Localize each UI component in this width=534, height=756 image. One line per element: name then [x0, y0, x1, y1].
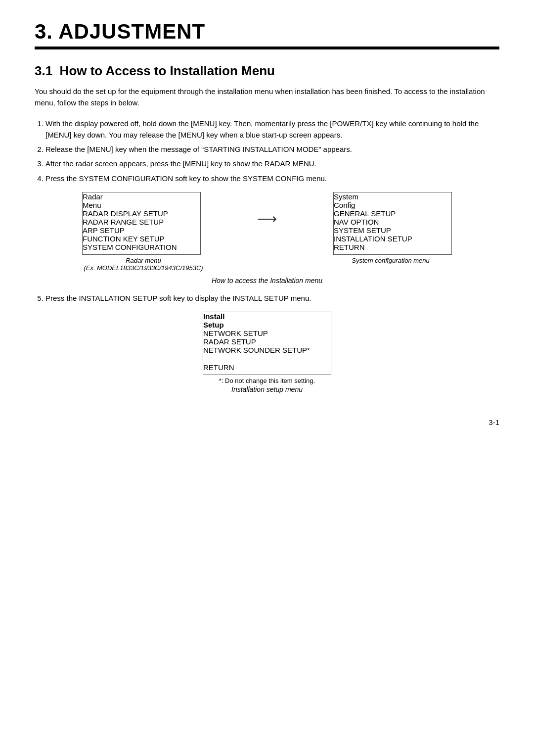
- install-item-3: NETWORK SOUNDER SETUP*: [203, 346, 331, 354]
- radar-menu-title: Radar Menu: [83, 192, 200, 209]
- sysconfig-return: RETURN: [334, 243, 451, 251]
- right-arrow-icon: ⟶: [257, 211, 277, 227]
- install-return: RETURN: [203, 363, 331, 372]
- radar-menu-item-4: FUNCTION KEY SETUP: [83, 235, 200, 243]
- menus-row: Radar Menu RADAR DISPLAY SETUP RADAR RAN…: [35, 192, 499, 255]
- sysconfig-item-3: SYSTEM SETUP: [334, 226, 451, 235]
- intro-text: You should do the set up for the equipme…: [35, 86, 499, 109]
- menu-diagram-section: Radar Menu RADAR DISPLAY SETUP RADAR RAN…: [35, 192, 499, 272]
- install-setup-section: Install Setup NETWORK SETUP RADAR SETUP …: [35, 312, 499, 398]
- install-item-2: RADAR SETUP: [203, 337, 331, 346]
- install-caption: Installation setup menu: [231, 385, 303, 393]
- caption-how-to: How to access the Installation menu: [35, 277, 499, 284]
- step-3: After the radar screen appears, press th…: [45, 158, 499, 169]
- arrow-container: ⟶: [248, 211, 286, 227]
- step5-list: Press the INSTALLATION SETUP soft key to…: [35, 292, 499, 304]
- radar-menu-wrap: Radar Menu RADAR DISPLAY SETUP RADAR RAN…: [35, 192, 248, 255]
- chapter-title: 3. ADJUSTMENT: [35, 20, 499, 44]
- radar-menu-item-1: RADAR DISPLAY SETUP: [83, 209, 200, 218]
- step-5: Press the INSTALLATION SETUP soft key to…: [45, 292, 499, 304]
- install-note: *: Do not change this item setting.: [219, 377, 315, 384]
- section-title: 3.1 How to Access to Installation Menu: [35, 63, 499, 79]
- radar-menu-item-3: ARP SETUP: [83, 226, 200, 235]
- step-4: Press the SYSTEM CONFIGURATION soft key …: [45, 173, 499, 184]
- system-config-menu-wrap: System Config GENERAL SETUP NAV OPTION S…: [286, 192, 499, 255]
- radar-menu-item-2: RADAR RANGE SETUP: [83, 218, 200, 226]
- caption-left-line1: Radar menu: [126, 257, 161, 264]
- page-number: 3-1: [35, 418, 499, 426]
- install-menu-box: Install Setup NETWORK SETUP RADAR SETUP …: [203, 312, 331, 375]
- system-config-menu-box: System Config GENERAL SETUP NAV OPTION S…: [333, 192, 452, 255]
- install-item-1: NETWORK SETUP: [203, 329, 331, 337]
- system-config-title: System Config: [334, 192, 451, 209]
- step-1: With the display powered off, hold down …: [45, 118, 499, 141]
- sysconfig-item-2: NAV OPTION: [334, 218, 451, 226]
- caption-left-line2: (Ex. MODEL1833C/1933C/1943C/1953C): [84, 264, 203, 272]
- sysconfig-item-4: INSTALLATION SETUP: [334, 235, 451, 243]
- diagram-captions-row: Radar menu (Ex. MODEL1833C/1933C/1943C/1…: [35, 255, 499, 272]
- caption-right: System configuration menu: [282, 255, 499, 272]
- caption-left: Radar menu (Ex. MODEL1833C/1933C/1943C/1…: [35, 255, 252, 272]
- radar-menu-item-5: SYSTEM CONFIGURATION: [83, 243, 200, 251]
- install-menu-title: Install Setup: [203, 312, 331, 329]
- sysconfig-item-1: GENERAL SETUP: [334, 209, 451, 218]
- steps-list: With the display powered off, hold down …: [35, 118, 499, 184]
- title-rule: [35, 47, 499, 49]
- step-2: Release the [MENU] key when the message …: [45, 143, 499, 155]
- radar-menu-box: Radar Menu RADAR DISPLAY SETUP RADAR RAN…: [82, 192, 201, 255]
